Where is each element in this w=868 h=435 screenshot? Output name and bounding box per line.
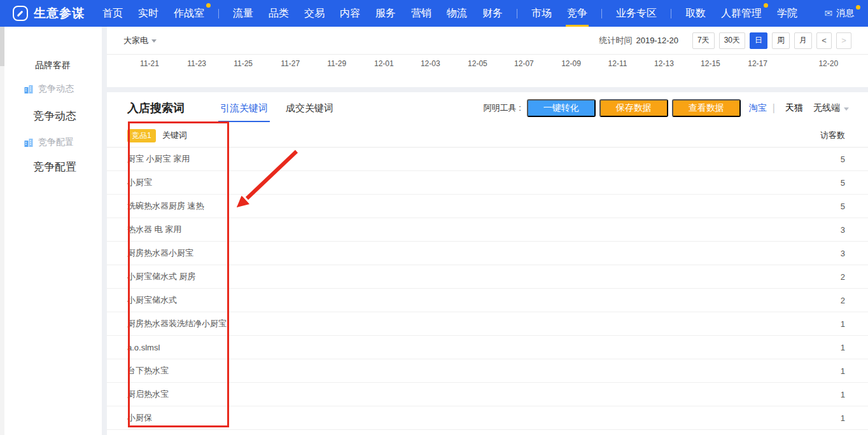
message-label: 消息 xyxy=(836,8,854,18)
keyword-cell: 小厨宝储水式 厨房 xyxy=(127,271,196,282)
prev-date-button[interactable]: < xyxy=(816,32,832,49)
keyword-header: 关键词 xyxy=(162,130,187,141)
keyword-cell: 厨启热水宝 xyxy=(127,389,169,400)
nav-item-trade[interactable]: 交易 xyxy=(297,0,332,27)
stat-time-label: 统计时间 xyxy=(599,36,632,45)
nav-item-logistics[interactable]: 物流 xyxy=(439,0,475,27)
notification-dot xyxy=(764,3,768,8)
visitors-cell: 1 xyxy=(841,390,845,399)
app-logo-icon xyxy=(13,6,28,21)
keyword-cell: 小厨宝 xyxy=(127,177,152,188)
nav-item-finance[interactable]: 财务 xyxy=(475,0,510,27)
taobao-link[interactable]: 淘宝 xyxy=(749,102,767,114)
nav-item-content[interactable]: 内容 xyxy=(332,0,368,27)
competitor-badge: 竞品1 xyxy=(127,129,156,142)
nav-item-competition[interactable]: 竞争 xyxy=(559,0,595,27)
brand[interactable]: 生意参谋 xyxy=(0,5,85,22)
one-key-convert-button[interactable]: 一键转化 xyxy=(527,99,596,117)
nav-message[interactable]: ✉ 消息 xyxy=(824,0,859,27)
date-tick: 12-09 xyxy=(561,59,581,68)
sidebar-item-competition-config-large[interactable]: 竞争配置 xyxy=(33,160,76,174)
range-button-7d[interactable]: 7天 xyxy=(692,32,715,49)
next-date-button[interactable]: > xyxy=(836,32,851,49)
nav-item-service[interactable]: 服务 xyxy=(368,0,403,27)
date-tick: 12-20 xyxy=(818,59,838,68)
date-tick: 12-03 xyxy=(421,59,440,68)
range-button-30d[interactable]: 30天 xyxy=(719,32,745,49)
sidebar-item-competition-trends-large[interactable]: 竞争动态 xyxy=(33,109,76,123)
table-row: a.o.slmsl1 xyxy=(107,336,868,359)
date-controls: 统计时间2019-12-20 7天 30天 日 周 月 < > xyxy=(599,32,851,49)
keyword-cell: 小厨保 xyxy=(127,412,152,424)
table-row: 厨启热水宝1 xyxy=(107,383,868,406)
nav-item-data-fetch[interactable]: 取数 xyxy=(678,0,713,27)
nav-item-business-zone[interactable]: 业务专区 xyxy=(608,0,664,27)
nav-item-traffic[interactable]: 流量 xyxy=(225,0,261,27)
visitors-cell: 3 xyxy=(841,249,845,258)
search-words-card: 入店搜索词 引流关键词 成交关键词 阿明工具 : 一键转化 保存数据 查看数据 … xyxy=(107,92,868,435)
nav-item-academy[interactable]: 学院 xyxy=(769,0,805,27)
date-tick: 11-29 xyxy=(327,59,346,68)
nav-item-category[interactable]: 品类 xyxy=(261,0,297,27)
tmall-link[interactable]: 天猫 xyxy=(785,102,803,114)
tabs: 引流关键词 成交关键词 xyxy=(220,92,333,124)
category-dropdown[interactable]: 大家电 xyxy=(123,35,157,46)
scrollbar-thumb[interactable] xyxy=(0,27,4,66)
keyword-cell: a.o.slmsl xyxy=(127,343,160,352)
nav-item-market[interactable]: 市场 xyxy=(524,0,559,27)
nav-item-marketing[interactable]: 营销 xyxy=(403,0,439,27)
keyword-cell: 厨房热水器装洗结净小厨宝 xyxy=(127,318,227,329)
date-tick: 12-13 xyxy=(654,59,674,68)
tab-deal-keywords[interactable]: 成交关键词 xyxy=(286,92,333,124)
building-icon xyxy=(24,85,33,93)
date-tick: 12-15 xyxy=(701,59,720,68)
nav-item-audience[interactable]: 人群管理 xyxy=(713,0,769,27)
range-button-month[interactable]: 月 xyxy=(794,32,812,49)
visitors-cell: 5 xyxy=(841,155,845,164)
date-tick: 11-21 xyxy=(140,59,159,68)
date-tick: 12-17 xyxy=(748,59,767,68)
table-row: 小厨宝5 xyxy=(107,171,868,195)
sidebar-item-competition-config[interactable]: 竞争配置 xyxy=(24,137,74,148)
visitors-cell: 1 xyxy=(841,343,845,352)
scrollbar-track xyxy=(0,27,4,435)
chevron-down-icon xyxy=(151,39,157,43)
nav-divider xyxy=(218,9,219,18)
visitors-cell: 5 xyxy=(841,202,845,211)
pipe-divider: | xyxy=(773,102,775,114)
nav-item-realtime[interactable]: 实时 xyxy=(130,0,166,27)
range-button-week[interactable]: 周 xyxy=(772,32,790,49)
table-row: 洗碗热水器厨房 速热5 xyxy=(107,195,868,218)
nav-item-warroom[interactable]: 作战室 xyxy=(166,0,212,27)
stat-time-value: 2019-12-20 xyxy=(636,36,678,45)
date-tick: 11-23 xyxy=(187,59,206,68)
visitors-cell: 1 xyxy=(841,366,845,376)
date-axis: 11-21 11-23 11-25 11-27 11-29 12-01 12-0… xyxy=(107,55,868,86)
date-tick: 11-27 xyxy=(281,59,300,68)
table-row: 厨宝 小厨宝 家用5 xyxy=(107,148,868,171)
save-data-button[interactable]: 保存数据 xyxy=(599,99,668,117)
visitors-cell: 2 xyxy=(841,296,845,305)
page-title: 入店搜索词 xyxy=(127,100,185,116)
range-button-day[interactable]: 日 xyxy=(750,32,767,49)
filter-card: 大家电 统计时间2019-12-20 7天 30天 日 周 月 < > 11-2… xyxy=(107,27,868,87)
table-row: 小厨保1 xyxy=(107,406,868,430)
keyword-cell: 厨宝 小厨宝 家用 xyxy=(127,153,190,165)
table-row: 小厨宝储水式 厨房2 xyxy=(107,265,868,289)
filter-row: 大家电 统计时间2019-12-20 7天 30天 日 周 月 < > xyxy=(107,27,868,55)
date-tick: 12-05 xyxy=(468,59,487,68)
keyword-cell: 厨房热水器小厨宝 xyxy=(127,247,193,259)
date-tick: 12-07 xyxy=(514,59,534,68)
stat-time: 统计时间2019-12-20 xyxy=(599,35,678,46)
sidebar-item-competition-trends[interactable]: 竞争动态 xyxy=(24,83,74,95)
nav-item-home[interactable]: 首页 xyxy=(95,0,130,27)
tab-inflow-keywords[interactable]: 引流关键词 xyxy=(220,92,268,124)
sidebar-item-brand-audience[interactable]: 品牌客群 xyxy=(35,60,71,71)
view-data-button[interactable]: 查看数据 xyxy=(672,99,741,117)
section-header: 入店搜索词 引流关键词 成交关键词 阿明工具 : 一键转化 保存数据 查看数据 … xyxy=(107,92,868,124)
category-label: 大家电 xyxy=(123,35,148,46)
nav-divider xyxy=(517,9,517,18)
top-nav: 生意参谋 首页 实时 作战室 流量 品类 交易 内容 服务 营销 物流 财务 市… xyxy=(0,0,868,27)
sidebar: 品牌客群 竞争动态 竞争动态 竞争配置 竞争配置 xyxy=(0,27,102,435)
wireless-dropdown[interactable]: 无线端 xyxy=(813,102,849,114)
